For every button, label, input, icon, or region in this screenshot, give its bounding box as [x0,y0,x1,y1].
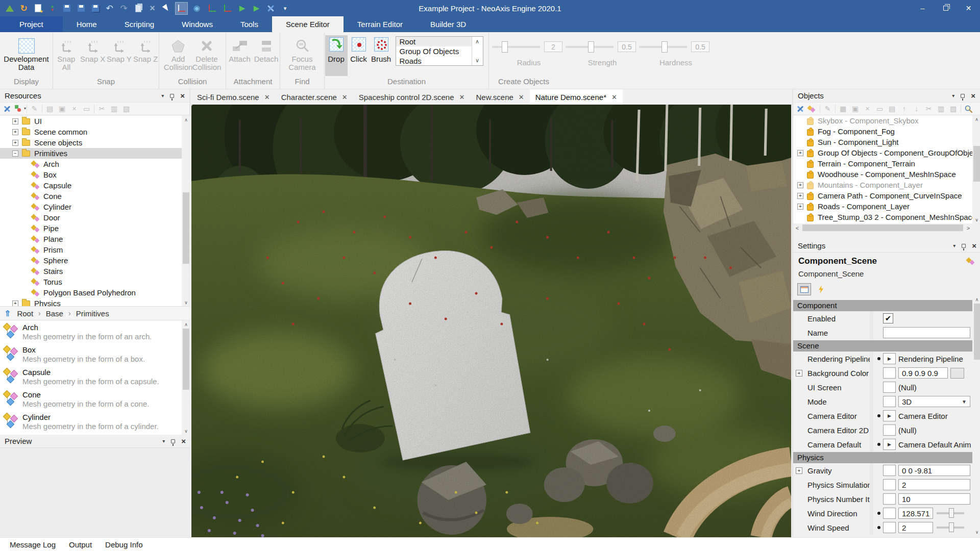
value-box[interactable] [883,367,896,379]
value-field[interactable]: 10 [898,493,970,505]
value-box[interactable] [883,396,896,407]
events-tab-icon[interactable] [814,283,828,295]
toolbar-move-down-icon[interactable]: ↓ [912,104,921,114]
toolbar-edit-icon[interactable]: ✎ [30,104,39,114]
toolbar-cut-icon[interactable]: ✂ [924,104,934,114]
slider-handle[interactable] [949,522,954,532]
run-icon[interactable] [251,3,262,14]
tree-expander-icon[interactable]: + [12,300,18,307]
row-expander-icon[interactable]: + [796,467,802,474]
toolbar-new-icon[interactable]: ▣ [57,104,67,114]
play-icon[interactable] [237,3,248,14]
toolbar-filter-icon[interactable]: ▾ [14,104,24,114]
scroll-down-icon[interactable]: ∨ [972,216,980,223]
close-tab-icon[interactable]: ✕ [519,93,524,101]
minimize-button[interactable]: – [911,0,934,16]
destination-option-roads[interactable]: Roads [396,56,472,65]
destination-mode-drop[interactable]: Drop [325,35,348,76]
scroll-up-icon[interactable]: ∧ [182,116,190,123]
resources-tree-item-door[interactable]: Door [0,212,190,223]
settings-scrollbar[interactable]: ∧ ∨ [973,295,980,536]
scroll-thumb[interactable] [974,304,980,360]
color-swatch[interactable] [950,368,964,379]
scroll-thumb[interactable] [183,329,189,390]
close-button[interactable]: ✕ [957,0,980,16]
property-slider[interactable] [937,512,964,514]
preview-pin-icon[interactable] [171,439,175,443]
menu-tab-tools[interactable]: Tools [227,16,272,32]
objects-tree-item-woodhouse-component-meshinspace[interactable]: Woodhouse - Component_MeshInSpace [793,169,972,180]
resources-tree-item-arch[interactable]: Arch [0,159,190,169]
strength-slider[interactable] [566,46,614,48]
objects-tree-item-group-of-objects-component-groupofobjects[interactable]: +Group Of Objects - Component_GroupOfObj… [793,147,972,158]
resources-tree-item-sphere[interactable]: Sphere [0,255,190,266]
value-box[interactable] [883,479,896,490]
destination-option-group-of-objects[interactable]: Group Of Objects [396,46,472,56]
objects-tree-vscrollbar[interactable]: ∧ ∨ [972,115,980,223]
tree-expander-icon[interactable]: + [797,204,803,210]
menu-tab-project[interactable]: Project [0,16,63,32]
resources-tree-item-cone[interactable]: Cone [0,191,190,202]
toolbar-delete-icon[interactable]: × [863,104,872,114]
resources-tree-item-capsule[interactable]: Capsule [0,180,190,191]
value-box[interactable] [883,522,896,533]
scene-tab-new-scene[interactable]: New.scene✕ [470,89,529,105]
scroll-down-icon[interactable]: ∨ [182,298,190,306]
toolbar-new-icon[interactable]: ▣ [850,104,860,114]
objects-menu-icon[interactable]: ▾ [952,93,954,98]
scene-tab-sci-fi-demo-scene[interactable]: Sci-fi Demo.scene✕ [191,89,276,105]
value-box[interactable] [883,508,896,519]
tree-expander-icon[interactable]: − [12,151,18,157]
slider-handle[interactable] [588,41,594,53]
add-collision-button[interactable]: Add Collision [164,35,192,75]
objects-tree-item-roads-component-layer[interactable]: +Roads - Component_Layer [793,201,972,212]
scroll-down-icon[interactable]: ∨ [182,427,190,435]
destination-mode-click[interactable]: Click [348,35,370,76]
close-tab-icon[interactable]: ✕ [264,93,270,101]
menu-tab-scene-editor[interactable]: Scene Editor [272,16,344,32]
value-field[interactable]: 2 [898,479,970,490]
resource-item-box[interactable]: BoxMesh geometry in the form of a box. [0,343,190,365]
ribbon-button-snap-all[interactable]: Snap All [53,35,80,75]
breadcrumb-item-root[interactable]: Root [17,309,33,318]
resource-item-arch[interactable]: ArchMesh geometry in the form of an arch… [0,320,190,343]
toolbar-move-up-icon[interactable]: ↑ [899,104,909,114]
scroll-left-icon[interactable]: < [793,225,801,231]
destination-mode-brush[interactable]: Brush [370,35,393,76]
scroll-right-icon[interactable]: > [964,225,972,231]
scroll-up-icon[interactable]: ∧ [972,115,980,123]
close-tab-icon[interactable]: ✕ [611,93,617,101]
toolbar-paste-icon[interactable]: ▧ [948,104,958,114]
objects-tree-item-skybox-component-skybox[interactable]: Skybox - Component_Skybox [793,115,972,126]
slider-handle[interactable] [662,41,668,53]
save-as-icon[interactable] [76,3,86,14]
preview-menu-icon[interactable]: ▾ [162,438,165,444]
new-file-icon[interactable] [33,3,43,14]
resources-close-icon[interactable]: × [180,92,185,99]
refresh-icon[interactable] [18,3,29,14]
navigate-up-icon[interactable]: ⇑ [4,309,11,318]
expand-reference-button[interactable]: ▶ [883,439,896,450]
slider-handle[interactable] [949,508,954,518]
tree-expander-icon[interactable]: + [797,150,803,156]
slider-handle[interactable] [502,41,508,53]
ribbon-button-snap-y[interactable]: Snap Y [106,35,133,75]
hardness-slider[interactable] [639,46,687,48]
focus-camera-button[interactable]: Focus Camera [286,35,318,75]
row-expander-icon[interactable]: + [796,370,802,377]
expand-reference-button[interactable]: ▶ [883,353,896,364]
resources-tree-item-box[interactable]: Box [0,169,190,180]
radius-slider[interactable] [492,46,540,48]
rotate-icon[interactable] [191,3,203,14]
value-box[interactable] [883,493,896,505]
resources-tree-item-ui[interactable]: +UI [0,116,190,127]
toolbar-rename-icon[interactable]: ▭ [82,104,91,114]
bottom-tab-debug-info[interactable]: Debug Info [99,538,149,551]
value-box[interactable] [883,382,896,393]
properties-tab-icon[interactable] [797,283,811,295]
toolbar-duplicate-icon[interactable]: ▤ [887,104,897,114]
resource-item-cone[interactable]: ConeMesh geometry in the form of a cone. [0,388,190,410]
tools-icon[interactable] [265,3,276,14]
neoaxis-logo-icon[interactable] [4,3,15,14]
value-box[interactable] [883,465,896,476]
